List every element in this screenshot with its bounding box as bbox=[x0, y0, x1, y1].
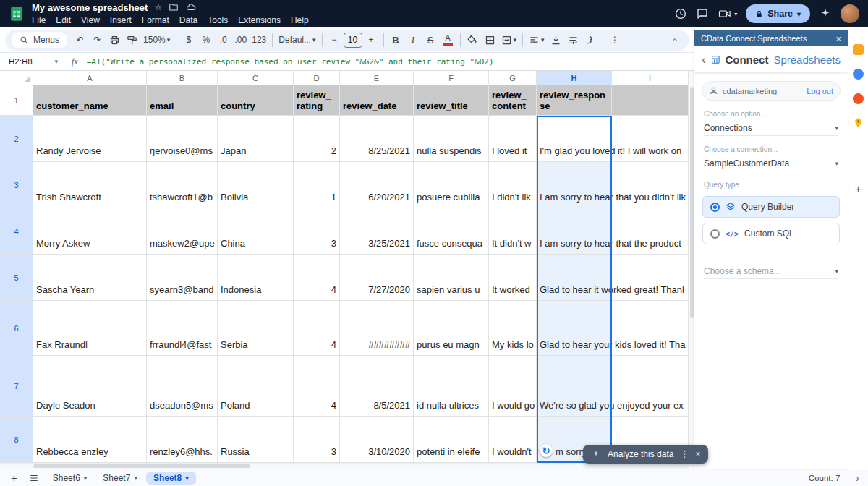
print-button[interactable] bbox=[106, 31, 123, 48]
cell-A7[interactable]: Dayle Seadon bbox=[33, 356, 147, 417]
vertical-scrollbar[interactable] bbox=[689, 71, 694, 463]
cell-I3[interactable] bbox=[612, 162, 689, 208]
connection-select[interactable]: SampleCustomerData ▾ bbox=[704, 155, 838, 171]
analyze-data-label[interactable]: Analyze this data bbox=[608, 449, 673, 459]
cell-E5[interactable]: 7/27/2020 bbox=[340, 255, 414, 301]
menus-search-button[interactable]: Menus bbox=[12, 32, 67, 48]
cell-E2[interactable]: 8/25/2021 bbox=[340, 116, 414, 162]
increase-decimals-button[interactable]: .00 bbox=[232, 31, 249, 48]
schema-select[interactable]: Choose a schema... ▾ bbox=[704, 263, 838, 279]
cell-H4[interactable]: I am sorry to hear that the product bbox=[537, 208, 612, 255]
cell-I5[interactable] bbox=[612, 255, 689, 301]
row-header-7[interactable]: 7 bbox=[0, 356, 33, 417]
cell-E6[interactable]: ######## bbox=[340, 301, 414, 356]
cell-C3[interactable]: Bolivia bbox=[218, 162, 294, 208]
add-sheet-button[interactable]: + bbox=[6, 472, 22, 484]
sheet-tab-sheet7[interactable]: Sheet7▾ bbox=[95, 472, 145, 485]
cell-I7[interactable] bbox=[612, 356, 689, 417]
cell-B1[interactable]: email bbox=[147, 85, 218, 116]
text-color-button[interactable]: A bbox=[440, 31, 456, 48]
borders-button[interactable] bbox=[482, 31, 498, 48]
row-header-6[interactable]: 6 bbox=[0, 301, 33, 356]
menu-data[interactable]: Data bbox=[174, 14, 203, 26]
cell-F2[interactable]: nulla suspendis bbox=[414, 116, 489, 162]
move-folder-icon[interactable] bbox=[169, 2, 179, 12]
column-header-H[interactable]: H bbox=[537, 71, 612, 85]
query-builder-option[interactable]: Query Builder bbox=[702, 196, 840, 218]
undo-button[interactable]: ↶ bbox=[72, 31, 88, 48]
sheet-tab-sheet8[interactable]: Sheet8▾ bbox=[146, 472, 196, 485]
cell-E7[interactable]: 8/5/2021 bbox=[340, 356, 414, 417]
maps-pin-icon[interactable] bbox=[853, 117, 864, 129]
cell-B5[interactable]: syearn3@band bbox=[147, 255, 218, 301]
add-addons-icon[interactable]: + bbox=[853, 184, 864, 195]
strikethrough-button[interactable]: S bbox=[422, 31, 439, 48]
cell-D3[interactable]: 1 bbox=[294, 162, 340, 208]
gemini-button[interactable] bbox=[819, 7, 832, 20]
close-icon[interactable]: × bbox=[695, 449, 700, 459]
formula-input[interactable]: =AI("Write a personalized response based… bbox=[87, 57, 694, 67]
cell-H1[interactable]: review_respon se bbox=[537, 85, 612, 116]
cell-I2[interactable] bbox=[612, 116, 689, 162]
cell-I1[interactable] bbox=[612, 85, 689, 116]
cell-I4[interactable] bbox=[612, 208, 689, 255]
account-avatar[interactable] bbox=[841, 4, 859, 23]
cell-H3[interactable]: I am sorry to hear that you didn't lik bbox=[537, 162, 612, 208]
cell-D2[interactable]: 2 bbox=[294, 116, 340, 162]
text-rotation-button[interactable] bbox=[582, 31, 599, 48]
cell-D8[interactable]: 3 bbox=[294, 417, 340, 463]
cell-E3[interactable]: 6/20/2021 bbox=[340, 162, 414, 208]
redo-button[interactable]: ↷ bbox=[89, 31, 106, 48]
cell-E1[interactable]: review_date bbox=[340, 85, 414, 116]
cell-H6[interactable]: Glad to hear your kids loved it! Tha bbox=[537, 301, 612, 356]
analyze-data-toolbar[interactable]: Analyze this data ⋮ × bbox=[583, 445, 708, 464]
format-percent-button[interactable]: % bbox=[197, 31, 214, 48]
meet-button[interactable]: ▾ bbox=[718, 8, 737, 20]
decrease-decimals-button[interactable]: .0 bbox=[215, 31, 231, 48]
menu-help[interactable]: Help bbox=[286, 14, 314, 26]
cell-G3[interactable]: I didn't lik bbox=[489, 162, 537, 208]
column-header-C[interactable]: C bbox=[218, 71, 294, 85]
cell-C5[interactable]: Indonesia bbox=[218, 255, 294, 301]
cell-G5[interactable]: It worked bbox=[489, 255, 537, 301]
cell-A3[interactable]: Trish Shawcroft bbox=[33, 162, 147, 208]
toolbar-more-button[interactable]: ⋮ bbox=[607, 31, 624, 48]
font-size-increase-button[interactable]: + bbox=[363, 31, 380, 48]
cell-C1[interactable]: country bbox=[218, 85, 294, 116]
menu-file[interactable]: File bbox=[27, 14, 51, 26]
cell-F7[interactable]: id nulla ultrices bbox=[414, 356, 489, 417]
cell-F5[interactable]: sapien varius u bbox=[414, 255, 489, 301]
cell-B4[interactable]: maskew2@upe bbox=[147, 208, 218, 255]
cell-C8[interactable]: Russia bbox=[218, 417, 294, 463]
column-header-G[interactable]: G bbox=[489, 71, 537, 85]
select-all-corner[interactable] bbox=[0, 71, 33, 85]
cell-B7[interactable]: dseadon5@ms bbox=[147, 356, 218, 417]
menu-extensions[interactable]: Extensions bbox=[233, 14, 286, 26]
cell-D5[interactable]: 4 bbox=[294, 255, 340, 301]
cell-B3[interactable]: tshawcroft1@b bbox=[147, 162, 218, 208]
comments-button[interactable] bbox=[696, 7, 709, 20]
cell-B2[interactable]: rjervoise0@ms bbox=[147, 116, 218, 162]
horizontal-scrollbar-thumb[interactable] bbox=[33, 464, 250, 468]
vertical-scrollbar-thumb[interactable] bbox=[690, 87, 694, 318]
blue-addon-icon[interactable] bbox=[853, 68, 864, 80]
fill-color-button[interactable] bbox=[464, 31, 481, 48]
cell-D4[interactable]: 3 bbox=[294, 208, 340, 255]
cell-D7[interactable]: 4 bbox=[294, 356, 340, 417]
cdata-addon-icon[interactable] bbox=[853, 43, 864, 55]
bold-button[interactable]: B bbox=[388, 31, 404, 48]
font-size-decrease-button[interactable]: − bbox=[326, 31, 343, 48]
cell-A2[interactable]: Randy Jervoise bbox=[33, 116, 147, 162]
cell-A1[interactable]: customer_name bbox=[33, 85, 147, 116]
row-header-4[interactable]: 4 bbox=[0, 208, 33, 255]
connections-select[interactable]: Connections ▾ bbox=[704, 120, 838, 136]
merge-cells-button[interactable]: ▾ bbox=[499, 31, 519, 48]
font-size-input[interactable]: 10 bbox=[344, 33, 362, 48]
cell-C6[interactable]: Serbia bbox=[218, 301, 294, 356]
menu-tools[interactable]: Tools bbox=[203, 14, 233, 26]
cell-B6[interactable]: frraundl4@fast bbox=[147, 301, 218, 356]
row-header-8[interactable]: 8 bbox=[0, 417, 33, 463]
cell-E8[interactable]: 3/10/2020 bbox=[340, 417, 414, 463]
cloud-save-status-icon[interactable] bbox=[185, 2, 197, 12]
cell-G8[interactable]: I wouldn't bbox=[489, 417, 537, 463]
